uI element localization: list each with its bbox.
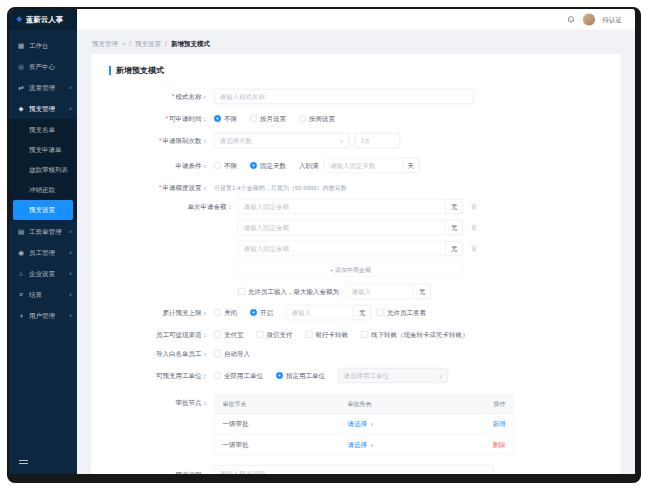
breadcrumb-separator: / bbox=[129, 40, 131, 48]
sidebar-item-advance[interactable]: ◈ 预支管理 ∧ bbox=[9, 98, 77, 119]
sidebar-item-asset-center[interactable]: ◎ 资产中心 bbox=[9, 56, 77, 77]
add-amount-button[interactable]: + 添加中间金额 bbox=[238, 262, 463, 277]
condition-days-suffix: 天 bbox=[402, 159, 419, 173]
approval-table: 审批节点 审批角色 操作 一级审批 请选择 ∨ 新增 bbox=[214, 393, 514, 455]
apply-limit-times-input[interactable] bbox=[355, 133, 400, 148]
user-avatar[interactable] bbox=[583, 13, 596, 26]
max-amount-input[interactable] bbox=[347, 285, 414, 299]
approval-role-select[interactable]: 请选择 bbox=[348, 420, 368, 429]
breadcrumb-item-advance-mgmt[interactable]: 预支管理 bbox=[92, 39, 118, 48]
field-description: 预支说明： 0/200 bbox=[109, 465, 603, 474]
enterprise-icon: ⌂ bbox=[17, 270, 25, 278]
traffic-icon: ⇄ bbox=[17, 84, 25, 92]
cumulative-amount-input[interactable] bbox=[287, 306, 354, 320]
chevron-down-icon: ∨ bbox=[69, 229, 72, 234]
submenu-item-advance-settings[interactable]: 预支设置 bbox=[13, 200, 73, 220]
chevron-down-icon: ∨ bbox=[69, 313, 72, 318]
radio-all-employers[interactable]: 全部用工单位 bbox=[214, 371, 263, 380]
radio-specified-employers[interactable]: 指定用工单位 bbox=[276, 371, 325, 380]
bell-icon[interactable] bbox=[567, 15, 576, 24]
breadcrumb-item-advance-settings[interactable]: 预支设置 bbox=[135, 39, 161, 48]
delete-amount-icon[interactable] bbox=[470, 203, 478, 211]
field-import-whitelist: 导入白名单员工： 自动导入 bbox=[109, 349, 603, 358]
employers-select[interactable]: 请选择用工单位 ∨ bbox=[338, 368, 448, 383]
checkbox-wechat-pay[interactable]: 微信支付 bbox=[257, 330, 293, 339]
apply-limit-days-select[interactable]: 请选择天数 ∨ bbox=[214, 133, 349, 148]
apply-limit-label: 申请限制次数： bbox=[163, 137, 209, 145]
sidebar-item-users[interactable]: ◑ 用户管理 ∨ bbox=[9, 305, 77, 326]
field-apply-time: *可申请时间： 不限 按月设置 按周设置 bbox=[109, 114, 603, 123]
submenu-item-writeoff[interactable]: 冲销还款 bbox=[9, 180, 77, 200]
screenshot-stage: ❖ 蓝薪云人事 ▦ 工作台 ◎ 资产中心 ⇄ 流量管理 ∨ ◈ 预支管理 ∧ bbox=[0, 0, 651, 495]
settlement-icon: ¤ bbox=[17, 291, 25, 299]
mode-name-input[interactable] bbox=[214, 89, 474, 104]
approval-role-select[interactable]: 请选择 bbox=[348, 440, 368, 449]
asset-icon: ◎ bbox=[17, 63, 25, 71]
radio-condition-fixed-days[interactable]: 固定天数 bbox=[250, 161, 286, 170]
radio-apply-time-unlimited[interactable]: 不限 bbox=[214, 114, 237, 123]
chevron-up-icon: ∧ bbox=[69, 106, 72, 111]
apply-time-label: 可申请时间： bbox=[169, 115, 208, 123]
amount-input-3[interactable] bbox=[239, 242, 446, 256]
quota-hint: 可设置1-4个金额档，且需为（50-9999）内整百数 bbox=[214, 183, 347, 192]
checkbox-offline-transfer[interactable]: 线下转账（现金转卡或凭卡转账） bbox=[361, 330, 469, 339]
radio-apply-time-weekly[interactable]: 按周设置 bbox=[299, 114, 335, 123]
delete-amount-icon[interactable] bbox=[470, 224, 478, 232]
required-mark: * bbox=[165, 115, 168, 123]
app-window: ❖ 蓝薪云人事 ▦ 工作台 ◎ 资产中心 ⇄ 流量管理 ∨ ◈ 预支管理 ∧ bbox=[7, 7, 641, 483]
main-area: 待认证 预支管理 ∨ / 预支设置 / 新增预支模式 新增预支模式 *模式名称： bbox=[77, 9, 635, 474]
sidebar-collapse-button[interactable] bbox=[19, 458, 28, 466]
approval-table-row: 一级审批 请选择 ∨ 新增 bbox=[215, 414, 514, 435]
submenu-item-advance-list[interactable]: 预支名单 bbox=[9, 120, 77, 140]
workbench-icon: ▦ bbox=[17, 42, 25, 50]
radio-cumulative-off[interactable]: 关闭 bbox=[214, 308, 237, 317]
sidebar: ❖ 蓝薪云人事 ▦ 工作台 ◎ 资产中心 ⇄ 流量管理 ∨ ◈ 预支管理 ∧ bbox=[9, 9, 77, 474]
sidebar-item-payroll[interactable]: ▤ 工资单管理 ∨ bbox=[9, 221, 77, 242]
username[interactable]: 待认证 bbox=[603, 15, 623, 24]
add-approval-node-link[interactable]: 新增 bbox=[493, 420, 506, 429]
submenu-item-loan-review[interactable]: 放款审核列表 bbox=[9, 160, 77, 180]
radio-apply-time-monthly[interactable]: 按月设置 bbox=[250, 114, 286, 123]
condition-days-input[interactable] bbox=[325, 159, 402, 173]
top-header: 待认证 bbox=[77, 9, 635, 30]
amount-input-1[interactable] bbox=[239, 200, 446, 214]
required-mark: * bbox=[159, 184, 162, 192]
breadcrumb-current: 新增预支模式 bbox=[171, 39, 210, 48]
checkbox-auto-import[interactable]: 自动导入 bbox=[214, 349, 250, 358]
sidebar-item-settlement[interactable]: ¤ 结算 ∨ bbox=[9, 284, 77, 305]
approval-label: 审批节点： bbox=[109, 393, 214, 407]
description-label: 预支说明： bbox=[109, 465, 214, 474]
chevron-down-icon: ∨ bbox=[69, 85, 72, 90]
description-textarea[interactable] bbox=[214, 465, 494, 474]
page-title: 新增预支模式 bbox=[109, 66, 603, 75]
condition-middle-text: 入职满 bbox=[299, 161, 319, 170]
quota-rows: 单次申请金额： 元 元 bbox=[238, 199, 603, 299]
chevron-down-icon: ∨ bbox=[69, 271, 72, 276]
amount-input-2[interactable] bbox=[239, 221, 446, 235]
field-quota: *申请额度设置： 可设置1-4个金额档，且需为（50-9999）内整百数 bbox=[109, 183, 603, 192]
app-logo: ❖ 蓝薪云人事 bbox=[9, 9, 77, 30]
approval-table-header: 审批节点 审批角色 操作 bbox=[215, 394, 514, 415]
delete-approval-node-link[interactable]: 删除 bbox=[493, 440, 506, 449]
payroll-icon: ▤ bbox=[17, 228, 25, 236]
delete-amount-icon[interactable] bbox=[470, 245, 478, 253]
checkbox-employee-view[interactable]: 允许员工查看 bbox=[377, 308, 426, 317]
radio-condition-unlimited[interactable]: 不限 bbox=[214, 161, 237, 170]
sidebar-item-workbench[interactable]: ▦ 工作台 bbox=[9, 35, 77, 56]
sidebar-item-traffic[interactable]: ⇄ 流量管理 ∨ bbox=[9, 77, 77, 98]
mode-name-label: 模式名称： bbox=[176, 93, 209, 101]
submenu-item-advance-apply[interactable]: 预支申请单 bbox=[9, 140, 77, 160]
sidebar-item-enterprise[interactable]: ⌂ 企业设置 ∨ bbox=[9, 263, 77, 284]
logo-icon: ❖ bbox=[16, 15, 23, 24]
radio-cumulative-on[interactable]: 开启 bbox=[250, 308, 273, 317]
breadcrumb: 预支管理 ∨ / 预支设置 / 新增预支模式 bbox=[91, 37, 621, 54]
field-mode-name: *模式名称： bbox=[109, 89, 603, 104]
field-apply-limit: *申请限制次数： 请选择天数 ∨ bbox=[109, 133, 603, 148]
select-caret-icon: ∨ bbox=[370, 442, 374, 448]
checkbox-allow-employee-input[interactable]: 允许员工输入，最大输入金额为 bbox=[238, 287, 339, 296]
quota-amount-row: 元 bbox=[238, 241, 603, 256]
checkbox-bank-transfer[interactable]: 银行卡转账 bbox=[306, 330, 349, 339]
sidebar-item-employees[interactable]: ◉ 员工管理 ∨ bbox=[9, 242, 77, 263]
field-approval-nodes: 审批节点： 审批节点 审批角色 操作 一级审批 请选择 bbox=[109, 393, 603, 455]
checkbox-alipay[interactable]: 支付宝 bbox=[214, 330, 244, 339]
